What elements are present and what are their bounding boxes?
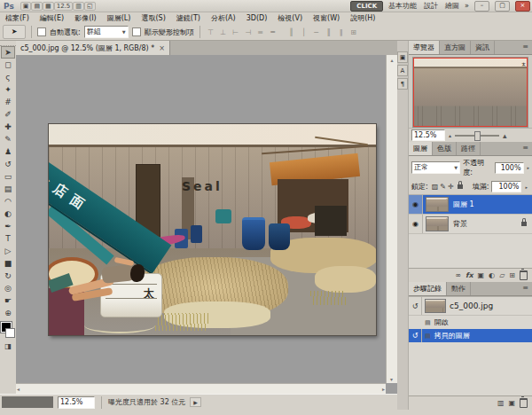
tab-layers[interactable]: 圖層 — [409, 142, 433, 155]
menu-3d[interactable]: 3D(D) — [241, 14, 273, 22]
opacity-field[interactable]: 100% — [495, 162, 523, 174]
align-icon[interactable]: ⊞ — [348, 27, 359, 38]
delete-layer-icon[interactable] — [520, 270, 528, 280]
scroll-up-icon[interactable]: ▴ — [390, 57, 393, 63]
status-expand-button[interactable]: ▶ — [190, 397, 201, 407]
type-tool[interactable]: T — [1, 232, 15, 245]
history-brush-source-icon[interactable]: ↺ — [409, 297, 422, 315]
blend-mode-dropdown[interactable]: 正常 ▼ — [411, 161, 460, 174]
layer-row-background[interactable]: ◉ Seal — [409, 215, 532, 234]
align-icon[interactable]: ∥ — [336, 27, 347, 38]
auto-select-checkbox[interactable] — [37, 27, 46, 36]
background-color-swatch[interactable] — [5, 328, 15, 338]
clone-stamp-tool[interactable]: ♟ — [1, 145, 15, 158]
align-icon[interactable]: ⊣ — [243, 27, 254, 38]
lock-option-icon[interactable]: ✎ — [440, 183, 446, 191]
history-step-open[interactable]: ↺ ▤ 開啟 — [409, 316, 532, 329]
align-icon[interactable]: ─ — [311, 27, 322, 38]
blur-tool[interactable]: ◠ — [1, 195, 15, 208]
menu-layer[interactable]: 圖層(L) — [102, 13, 137, 23]
layer-style-icon[interactable]: fx — [466, 271, 473, 279]
vertical-scrollbar[interactable]: ▴▾ — [386, 55, 397, 383]
spot-healing-tool[interactable]: ✚ — [1, 121, 15, 133]
eyedropper-tool[interactable]: ✐ — [1, 108, 15, 121]
layer-thumbnail[interactable]: Seal 金店面 太 — [426, 197, 449, 212]
align-icon[interactable]: ═ — [268, 27, 278, 38]
navigator-zoom-slider[interactable] — [455, 135, 499, 137]
history-brush-tool[interactable]: ↺ — [1, 158, 15, 170]
move-tool[interactable]: ➤ — [1, 46, 15, 59]
zoom-level-control[interactable]: 12.5 — [54, 2, 74, 11]
menu-file[interactable]: 檔案(F) — [0, 13, 35, 23]
history-snapshot-row[interactable]: ↺ Seal — [409, 297, 532, 316]
pen-tool[interactable]: ✒ — [1, 220, 15, 232]
layer-mask-icon[interactable]: ▣ — [478, 271, 485, 279]
menu-view[interactable]: 檢視(V) — [272, 13, 308, 23]
zoom-out-icon[interactable]: ▴ — [449, 132, 451, 138]
close-button[interactable]: × — [515, 1, 530, 12]
layer-thumbnail[interactable]: Seal 金店面 太 — [426, 216, 449, 231]
link-layers-icon[interactable]: ∞ — [455, 271, 461, 279]
new-group-icon[interactable]: ▱ — [499, 271, 505, 279]
lock-option-icon[interactable]: ✛ — [448, 183, 454, 191]
maximize-button[interactable]: ▢ — [495, 1, 510, 12]
auto-select-dropdown[interactable]: 群組 ▼ — [84, 26, 129, 38]
layer-visibility-toggle[interactable]: ◉ — [409, 195, 423, 214]
menu-filter[interactable]: 濾鏡(T) — [171, 13, 206, 23]
menu-select[interactable]: 選取(S) — [136, 13, 170, 23]
document-image[interactable]: Seal 金店面 太 — [426, 217, 448, 231]
align-icon[interactable]: ‖ — [324, 27, 334, 38]
lasso-tool[interactable]: ς — [1, 71, 15, 83]
history-brush-source-icon[interactable]: ↺ — [409, 329, 422, 342]
tab-actions[interactable]: 動作 — [447, 282, 471, 295]
zoom-in-icon[interactable]: ▴ — [503, 131, 507, 140]
history-step-layer-via-copy[interactable]: ↺ ▤ 拷貝的圖層 — [409, 329, 532, 342]
marquee-tool[interactable]: ◻ — [1, 59, 15, 71]
quick-selection-tool[interactable]: ✦ — [1, 83, 15, 96]
adjustment-layer-icon[interactable]: ◐ — [489, 271, 495, 279]
zoom-tool[interactable]: ⊕ — [1, 307, 15, 319]
menu-analysis[interactable]: 分析(A) — [206, 13, 241, 23]
screen-mode-icon[interactable]: ◱ — [84, 2, 96, 11]
lock-icon[interactable] — [458, 184, 463, 189]
click-button[interactable]: CLICK — [350, 1, 383, 12]
character-panel-icon[interactable]: A — [397, 65, 408, 76]
clone-source-panel-icon[interactable]: ▣ — [397, 51, 408, 63]
fill-field[interactable]: 100% — [491, 181, 521, 192]
tab-navigator[interactable]: 導覽器 — [409, 41, 440, 54]
tab-paths[interactable]: 路徑 — [457, 142, 481, 155]
arrange-documents-icon[interactable]: ▥ — [73, 2, 84, 11]
lock-option-icon[interactable]: ▨ — [432, 183, 439, 191]
new-layer-icon[interactable]: ⊞ — [509, 271, 515, 279]
menu-help[interactable]: 說明(H) — [345, 13, 380, 23]
document-image[interactable]: Seal 金店面 太 — [49, 124, 376, 335]
tab-channels[interactable]: 色版 — [433, 142, 457, 155]
new-snapshot-icon[interactable]: ▣ — [508, 399, 515, 407]
workspace-painting[interactable]: 繪圖 — [445, 1, 459, 11]
scroll-down-icon[interactable]: ▾ — [390, 376, 393, 382]
eraser-tool[interactable]: ▭ — [1, 170, 15, 183]
menu-window[interactable]: 視窗(W) — [308, 13, 345, 23]
minimize-button[interactable]: – — [474, 1, 489, 12]
align-icon[interactable]: ≡ — [255, 27, 266, 38]
mini-bridge-icon[interactable]: ▤ — [31, 2, 43, 11]
panel-menu-icon[interactable]: ≡ — [519, 142, 532, 155]
camera-3d-tool[interactable]: ◎ — [1, 282, 15, 294]
scroll-right-icon[interactable]: ▸ — [382, 386, 385, 392]
brush-tool[interactable]: ✎ — [1, 133, 15, 145]
workspace-essentials[interactable]: 基本功能 — [388, 1, 417, 11]
navigator-zoom-field[interactable]: 12.5% — [411, 129, 445, 141]
scroll-left-icon[interactable]: ◂ — [17, 386, 20, 392]
new-document-from-state-icon[interactable]: ▥ — [497, 399, 505, 407]
align-icon[interactable]: ║ — [286, 27, 297, 38]
layer-row-layer1[interactable]: ◉ Seal — [409, 195, 532, 215]
workspace-overflow[interactable]: » — [465, 2, 469, 10]
layer-visibility-toggle[interactable]: ◉ — [409, 215, 423, 233]
paragraph-panel-icon[interactable]: ¶ — [397, 78, 408, 90]
path-selection-tool[interactable]: ▷ — [1, 245, 15, 257]
canvas-area[interactable]: Seal 金店面 太 — [16, 55, 397, 394]
chevron-icon[interactable]: ▸ — [525, 184, 528, 190]
document-tab[interactable]: c5_000.jpg @ 12.5% (圖層 1, RGB/8) * × — [16, 41, 170, 55]
slider-handle[interactable] — [474, 131, 481, 141]
align-icon[interactable]: ⊥ — [218, 27, 229, 38]
